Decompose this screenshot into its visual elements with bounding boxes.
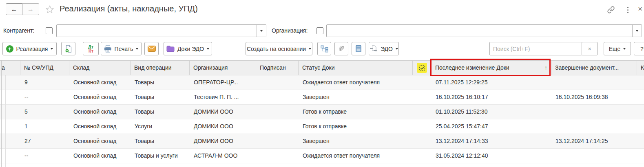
back-button[interactable]: ← (6, 3, 22, 15)
cell-signed[interactable] (256, 119, 299, 134)
table-row[interactable]: 5 Основной склад Товары ДОМИКИ ООО Готов… (0, 105, 644, 119)
organization-filter-checkbox[interactable] (316, 27, 323, 34)
cell-organization[interactable]: ДОМИКИ ООО (190, 134, 256, 148)
cell-last-change[interactable]: 13.12.2024 17:14:33 (432, 134, 551, 148)
column-header-number[interactable]: № СФ/УПД (20, 61, 69, 75)
cell-signed[interactable] (256, 75, 299, 90)
cell-number[interactable]: -- (20, 149, 69, 163)
cell-completion[interactable] (551, 75, 637, 90)
search-input[interactable] (490, 42, 582, 55)
cell-organization[interactable]: Тестович П. П. ... (190, 90, 256, 104)
cell-edo-check[interactable] (413, 75, 432, 90)
cell-status[interactable]: Ожидается ответ получателя (299, 149, 413, 163)
cell-warehouse[interactable]: Основной склад (69, 119, 131, 134)
copy-document-button[interactable] (61, 42, 75, 55)
cell-last-change[interactable]: 07.11.2025 12:29:25 (432, 75, 551, 90)
cell-completion[interactable]: 16.10.2025 16:09:38 (551, 90, 637, 104)
cell-next-clipped[interactable] (637, 119, 644, 134)
cell-last-change[interactable]: 25.04.2025 15:47:47 (432, 119, 551, 134)
cell-number[interactable]: -- (20, 90, 69, 104)
cell-next-clipped[interactable] (637, 90, 644, 104)
column-header-warehouse[interactable]: Склад (69, 61, 131, 75)
cell-operation[interactable]: Услуги (131, 119, 190, 134)
organization-input[interactable] (327, 25, 632, 37)
cell-warehouse[interactable]: Основной склад (69, 149, 131, 163)
cell-organization[interactable]: ДОМИКИ ООО (190, 105, 256, 119)
cell-completion[interactable] (551, 105, 637, 119)
create-based-on-button[interactable]: Создать на основании (246, 42, 312, 55)
cell-signed[interactable] (256, 90, 299, 104)
cell-status[interactable]: Готов к отправке (299, 119, 413, 134)
cell-status[interactable]: Завершен (299, 134, 413, 148)
cell-organization[interactable]: ОПЕРАТОР-ЦР... (190, 75, 256, 90)
cell-number[interactable]: 1 (20, 119, 69, 134)
attachments-button[interactable] (334, 42, 348, 55)
counterparty-filter-checkbox[interactable] (46, 27, 53, 34)
cell-operation[interactable]: Товары (131, 90, 190, 104)
table-row[interactable]: 27 Основной склад Товары ДОМИКИ ООО Заве… (0, 134, 644, 149)
cell-date[interactable] (0, 75, 20, 90)
create-realization-button[interactable]: + Реализация (2, 42, 57, 55)
clear-search-button[interactable]: × (582, 42, 598, 55)
cell-number[interactable]: 27 (20, 134, 69, 148)
edo-docs-button[interactable]: Доки ЭДО (164, 42, 212, 55)
cell-status[interactable]: Завершен (299, 90, 413, 104)
cell-edo-check[interactable] (413, 134, 432, 148)
cell-last-change[interactable]: 01.10.2025 11:52:30 (432, 105, 551, 119)
counterparty-dropdown-button[interactable] (257, 25, 266, 37)
table-row[interactable]: -- Основной склад Товары Тестович П. П. … (0, 90, 644, 105)
structure-report-button[interactable] (317, 42, 331, 55)
column-header-signed[interactable]: Подписан (256, 61, 299, 75)
cell-organization[interactable]: АСТРАЛ-М ООО (190, 149, 256, 163)
cell-date[interactable] (0, 119, 20, 134)
cell-completion[interactable]: 13.12.2024 17:14:25 (551, 134, 637, 148)
print-button[interactable]: Печать (101, 42, 142, 55)
cell-operation[interactable]: Товары (131, 105, 190, 119)
cell-date[interactable] (0, 90, 20, 104)
cell-last-change[interactable]: 31.05.2024 12:12:40 (432, 149, 551, 163)
table-row[interactable]: -- Основной склад Товары и услуги АСТРАЛ… (0, 149, 644, 163)
cell-status[interactable]: Ожидается ответ получателя (299, 75, 413, 90)
cell-signed[interactable] (256, 134, 299, 148)
cell-completion[interactable] (551, 149, 637, 163)
cell-operation[interactable]: Товары и услуги (131, 149, 190, 163)
cell-edo-check[interactable] (413, 105, 432, 119)
help-button[interactable]: ? (634, 42, 644, 55)
cell-date[interactable] (0, 134, 20, 148)
table-row[interactable]: 1 Основной склад Услуги ДОМИКИ ООО Готов… (0, 119, 644, 134)
cell-warehouse[interactable]: Основной склад (69, 105, 131, 119)
cell-warehouse[interactable]: Основной склад (69, 90, 131, 104)
cell-number[interactable]: 5 (20, 105, 69, 119)
cell-operation[interactable]: Товары (131, 75, 190, 90)
more-button[interactable]: Еще (604, 42, 631, 55)
table-row[interactable]: 9 Основной склад Товары ОПЕРАТОР-ЦР... О… (0, 75, 644, 90)
counterparty-input[interactable] (57, 25, 257, 37)
cell-edo-check[interactable] (413, 149, 432, 163)
more-menu-icon[interactable] (623, 5, 633, 15)
dtkt-postings-button[interactable]: Дт Кт (83, 42, 99, 55)
favorite-star-icon[interactable] (45, 4, 55, 14)
send-email-button[interactable] (144, 42, 159, 55)
column-header-status[interactable]: Статус Доки (299, 61, 413, 75)
column-header-organization[interactable]: Организация (190, 61, 256, 75)
column-header-last-change[interactable]: Последнее изменение Доки ↑ (432, 61, 551, 75)
cell-operation[interactable]: Товары (131, 134, 190, 148)
cell-status[interactable]: Готов к отправке (299, 105, 413, 119)
cell-signed[interactable] (256, 149, 299, 163)
cell-number[interactable]: 9 (20, 75, 69, 90)
forward-button[interactable]: → (22, 3, 39, 15)
cell-warehouse[interactable]: Основной склад (69, 75, 131, 90)
cell-organization[interactable]: ДОМИКИ ООО (190, 119, 256, 134)
get-link-icon[interactable] (606, 5, 616, 15)
cell-completion[interactable] (551, 119, 637, 134)
edo-button[interactable]: ЭДО (369, 42, 399, 55)
column-header-completion[interactable]: Завершение документ... (551, 61, 637, 75)
column-header-edo-check[interactable] (413, 61, 432, 75)
cell-last-change[interactable]: 16.10.2025 16:10:17 (432, 90, 551, 104)
cell-edo-check[interactable] (413, 119, 432, 134)
column-header-operation[interactable]: Вид операции (131, 61, 190, 75)
close-window-icon[interactable]: × (638, 4, 644, 13)
cell-date[interactable] (0, 105, 20, 119)
cell-next-clipped[interactable] (637, 149, 644, 163)
cell-date[interactable] (0, 149, 20, 163)
